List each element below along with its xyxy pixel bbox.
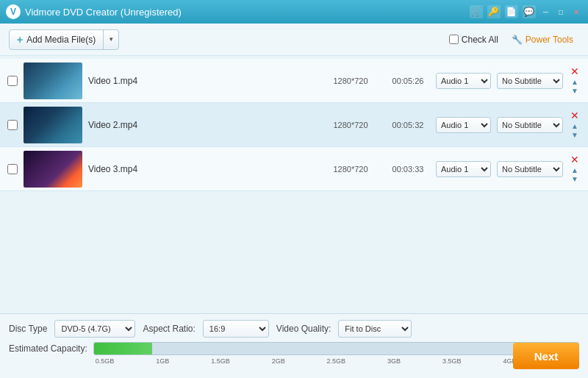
doc-icon[interactable]: 📄: [505, 5, 518, 18]
tick-2: 1.5GB: [211, 357, 230, 365]
tick-1: 1GB: [156, 357, 169, 365]
thumb-inner-3: [24, 151, 82, 188]
capacity-label: Estimated Capacity:: [9, 343, 87, 354]
video-quality-select[interactable]: Fit to Disc High Medium Low: [338, 320, 412, 338]
move-buttons-3: ▲ ▼: [571, 166, 578, 184]
thumb-inner-2: [24, 107, 82, 143]
tools-icon: 🔧: [512, 35, 523, 45]
toolbar-right: Check All 🔧 Power Tools: [449, 32, 579, 48]
key-icon[interactable]: 🔑: [487, 5, 501, 18]
title-bar: V Vidmore DVD Creator (Unregistered) 🛒 🔑…: [0, 0, 588, 24]
add-media-label: Add Media File(s): [26, 35, 96, 45]
file-audio-select-3[interactable]: Audio 1 Audio 2: [436, 161, 491, 177]
file-checkbox-2[interactable]: [7, 120, 18, 130]
close-button[interactable]: ✕: [570, 7, 582, 18]
move-up-button-3[interactable]: ▲: [571, 166, 578, 175]
file-checkbox-3[interactable]: [7, 164, 18, 174]
file-subtitle-select-2[interactable]: No Subtitle Subtitle 1: [497, 117, 563, 133]
thumb-inner-1: [24, 63, 82, 99]
delete-button-3[interactable]: ✕: [570, 154, 579, 165]
tick-0: 0.5GB: [96, 357, 115, 365]
aspect-ratio-label: Aspect Ratio:: [143, 324, 195, 334]
file-list: Video 1.mp4 1280*720 00:05:26 Audio 1 Au…: [0, 56, 588, 313]
file-thumbnail-3: [24, 151, 82, 188]
move-buttons-1: ▲ ▼: [571, 78, 578, 96]
settings-row: Disc Type DVD-5 (4.7G) DVD-9 (8.5G) Blu-…: [9, 320, 579, 338]
window-controls: 🛒 🔑 📄 💬 ─ □ ✕: [470, 5, 582, 18]
disc-type-select[interactable]: DVD-5 (4.7G) DVD-9 (8.5G) Blu-ray 25G Bl…: [54, 320, 135, 338]
title-bar-left: V Vidmore DVD Creator (Unregistered): [6, 4, 182, 19]
move-down-button-1[interactable]: ▼: [571, 87, 578, 96]
file-duration-3: 00:03:33: [386, 165, 430, 174]
file-actions-2: ✕ ▲ ▼: [569, 110, 581, 140]
file-name-2: Video 2.mp4: [88, 120, 315, 130]
file-resolution-2: 1280*720: [321, 121, 380, 129]
table-row: Video 2.mp4 1280*720 00:05:32 Audio 1 Au…: [0, 103, 588, 147]
cart-icon[interactable]: 🛒: [470, 5, 483, 18]
delete-button-1[interactable]: ✕: [570, 66, 579, 76]
file-audio-select-2[interactable]: Audio 1 Audio 2: [436, 117, 491, 133]
file-checkbox-1[interactable]: [7, 76, 18, 86]
tick-5: 3GB: [387, 357, 401, 365]
move-down-button-2[interactable]: ▼: [571, 131, 578, 140]
file-subtitle-select-3[interactable]: No Subtitle Subtitle 1: [497, 161, 563, 177]
tick-3: 2GB: [272, 357, 285, 365]
move-buttons-2: ▲ ▼: [571, 122, 578, 140]
check-all-label[interactable]: Check All: [449, 35, 498, 45]
add-media-button[interactable]: + Add Media File(s) ▼: [9, 29, 119, 50]
minimize-button[interactable]: ─: [540, 7, 551, 18]
file-resolution-1: 1280*720: [321, 76, 380, 85]
next-button[interactable]: Next: [513, 343, 579, 369]
move-up-button-2[interactable]: ▲: [571, 122, 578, 131]
capacity-tick-labels: 0.5GB 1GB 1.5GB 2GB 2.5GB 3GB 3.5GB 4GB …: [94, 357, 578, 365]
main-content: + Add Media File(s) ▼ Check All 🔧 Power …: [0, 24, 588, 378]
video-quality-label: Video Quality:: [276, 324, 331, 334]
add-media-dropdown-arrow[interactable]: ▼: [104, 30, 118, 49]
file-thumbnail-2: [24, 107, 82, 143]
tick-4: 2.5GB: [327, 357, 346, 365]
move-up-button-1[interactable]: ▲: [571, 78, 578, 87]
power-tools-button[interactable]: 🔧 Power Tools: [506, 32, 579, 48]
disc-type-label: Disc Type: [9, 324, 47, 334]
plus-icon: +: [17, 34, 23, 46]
file-name-3: Video 3.mp4: [88, 164, 315, 174]
file-thumbnail-1: [24, 63, 82, 99]
file-duration-1: 00:05:26: [386, 76, 430, 85]
file-actions-3: ✕ ▲ ▼: [569, 154, 581, 184]
aspect-ratio-select[interactable]: 16:9 4:3: [203, 320, 269, 338]
app-title: Vidmore DVD Creator (Unregistered): [25, 7, 182, 18]
move-down-button-3[interactable]: ▼: [571, 175, 578, 184]
file-duration-2: 00:05:32: [386, 121, 430, 129]
check-all-checkbox[interactable]: [449, 35, 459, 44]
capacity-bar-container: 0.5GB 1GB 1.5GB 2GB 2.5GB 3GB 3.5GB 4GB …: [93, 342, 579, 355]
file-resolution-3: 1280*720: [321, 165, 380, 174]
tick-6: 3.5GB: [442, 357, 462, 365]
file-actions-1: ✕ ▲ ▼: [569, 66, 581, 96]
delete-button-2[interactable]: ✕: [570, 110, 579, 121]
table-row: Video 1.mp4 1280*720 00:05:26 Audio 1 Au…: [0, 59, 588, 103]
toolbar: + Add Media File(s) ▼ Check All 🔧 Power …: [0, 24, 588, 56]
file-audio-select-1[interactable]: Audio 1 Audio 2: [436, 73, 491, 89]
bottom-bar: Disc Type DVD-5 (4.7G) DVD-9 (8.5G) Blu-…: [0, 313, 588, 378]
file-subtitle-select-1[interactable]: No Subtitle Subtitle 1: [497, 73, 563, 89]
chat-icon[interactable]: 💬: [523, 5, 536, 18]
capacity-bar-fill: [94, 343, 152, 354]
table-row: Video 3.mp4 1280*720 00:03:33 Audio 1 Au…: [0, 147, 588, 191]
add-media-main[interactable]: + Add Media File(s): [10, 30, 104, 49]
app-logo: V: [6, 4, 21, 19]
file-name-1: Video 1.mp4: [88, 76, 315, 86]
maximize-button[interactable]: □: [556, 7, 566, 18]
capacity-row: Estimated Capacity: 0.5GB 1GB 1.5GB 2GB …: [9, 342, 579, 355]
